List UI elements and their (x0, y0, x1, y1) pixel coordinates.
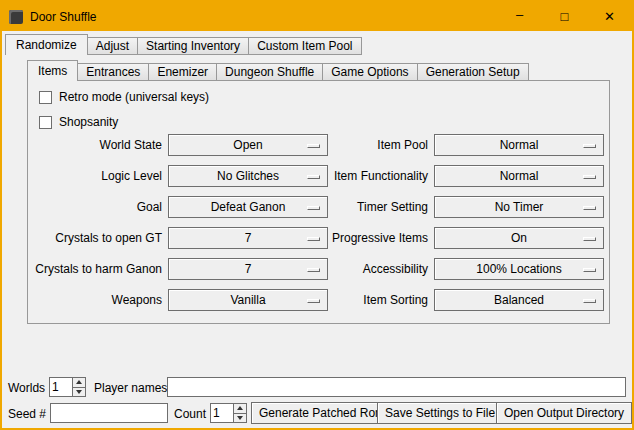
item-sorting-row: Item Sorting Balanced (269, 289, 604, 311)
accessibility-dropdown[interactable]: 100% Locations (434, 258, 604, 280)
tab-custom-item-pool[interactable]: Custom Item Pool (249, 37, 361, 55)
menu-indicator-icon (583, 268, 596, 272)
count-spinner (210, 403, 247, 423)
accessibility-value: 100% Locations (476, 262, 561, 276)
progressive-items-row: Progressive Items On (269, 227, 604, 249)
item-pool-dropdown[interactable]: Normal (434, 134, 604, 156)
count-spin-down-button[interactable] (233, 413, 247, 424)
count-input[interactable] (210, 403, 233, 423)
spin-down-icon (76, 390, 82, 394)
player-names-label: Player names (94, 380, 167, 396)
window-title: Door Shuffle (30, 10, 97, 24)
caption-buttons: – □ ✕ (497, 2, 632, 31)
item-sorting-dropdown[interactable]: Balanced (434, 289, 604, 311)
timer-setting-value: No Timer (495, 200, 544, 214)
worlds-spin-up-button[interactable] (72, 377, 86, 387)
maximize-button[interactable]: □ (542, 2, 587, 31)
tab-generation-setup[interactable]: Generation Setup (418, 63, 529, 81)
menu-indicator-icon (583, 299, 596, 303)
timer-setting-dropdown[interactable]: No Timer (434, 196, 604, 218)
retro-mode-row: Retro mode (universal keys) (39, 89, 209, 105)
item-functionality-label: Item Functionality (269, 169, 434, 183)
outer-tab-bar: Randomize Adjust Starting Inventory Cust… (5, 34, 362, 55)
progressive-items-label: Progressive Items (269, 231, 434, 245)
tab-enemizer[interactable]: Enemizer (149, 63, 217, 81)
open-output-directory-button[interactable]: Open Output Directory (496, 402, 632, 424)
timer-setting-label: Timer Setting (269, 200, 434, 214)
menu-indicator-icon (583, 206, 596, 210)
items-tab-panel: Retro mode (universal keys) Shopsanity W… (27, 80, 610, 324)
item-sorting-label: Item Sorting (269, 293, 434, 307)
spin-up-icon (237, 406, 243, 410)
tab-adjust[interactable]: Adjust (88, 37, 138, 55)
spin-up-icon (76, 380, 82, 384)
count-label: Count (174, 406, 206, 422)
seed-input[interactable] (50, 403, 168, 423)
timer-setting-row: Timer Setting No Timer (269, 196, 604, 218)
titlebar[interactable]: Door Shuffle – □ ✕ (2, 2, 632, 31)
item-pool-row: Item Pool Normal (269, 134, 604, 156)
item-pool-value: Normal (500, 138, 539, 152)
accessibility-label: Accessibility (269, 262, 434, 276)
worlds-spin-down-button[interactable] (72, 387, 86, 398)
tab-entrances[interactable]: Entrances (78, 63, 149, 81)
player-names-input[interactable] (167, 377, 626, 397)
item-sorting-value: Balanced (494, 293, 544, 307)
minimize-button[interactable]: – (497, 2, 542, 31)
menu-indicator-icon (583, 175, 596, 179)
accessibility-row: Accessibility 100% Locations (269, 258, 604, 280)
tab-items[interactable]: Items (27, 60, 78, 81)
menu-indicator-icon (583, 237, 596, 241)
progressive-items-value: On (511, 231, 527, 245)
menu-indicator-icon (583, 144, 596, 148)
worlds-spinner (49, 377, 86, 397)
tab-dungeon-shuffle[interactable]: Dungeon Shuffle (217, 63, 323, 81)
crystals-ganon-value: 7 (245, 262, 252, 276)
tab-starting-inventory[interactable]: Starting Inventory (138, 37, 249, 55)
goal-label: Goal (28, 200, 168, 214)
door-shuffle-window: Door Shuffle – □ ✕ Randomize Adjust Star… (0, 0, 634, 430)
weapons-value: Vanilla (230, 293, 265, 307)
crystals-ganon-label: Crystals to harm Ganon (28, 262, 168, 276)
retro-mode-checkbox[interactable] (39, 91, 52, 104)
right-dropdown-column: Item Pool Normal Item Functionality Norm… (269, 134, 604, 320)
count-spin-up-button[interactable] (233, 403, 247, 413)
progressive-items-dropdown[interactable]: On (434, 227, 604, 249)
shopsanity-checkbox[interactable] (39, 116, 52, 129)
close-icon: ✕ (604, 9, 615, 24)
generate-patched-rom-button[interactable]: Generate Patched Rom (251, 402, 393, 424)
save-settings-button[interactable]: Save Settings to File (377, 402, 503, 424)
weapons-label: Weapons (28, 293, 168, 307)
worlds-label: Worlds (8, 380, 45, 396)
app-icon (9, 10, 23, 24)
world-state-label: World State (28, 138, 168, 152)
item-functionality-dropdown[interactable]: Normal (434, 165, 604, 187)
minimize-icon: – (516, 7, 523, 22)
item-pool-label: Item Pool (269, 138, 434, 152)
crystals-gt-value: 7 (245, 231, 252, 245)
world-state-value: Open (233, 138, 262, 152)
worlds-input[interactable] (49, 377, 72, 397)
close-button[interactable]: ✕ (587, 2, 632, 31)
tab-game-options[interactable]: Game Options (323, 63, 417, 81)
shopsanity-row: Shopsanity (39, 114, 118, 130)
logic-level-label: Logic Level (28, 169, 168, 183)
shopsanity-label: Shopsanity (59, 115, 118, 129)
inner-tab-bar: Items Entrances Enemizer Dungeon Shuffle… (27, 60, 529, 81)
spin-down-icon (237, 416, 243, 420)
item-functionality-row: Item Functionality Normal (269, 165, 604, 187)
seed-label: Seed # (8, 406, 46, 422)
crystals-gt-label: Crystals to open GT (28, 231, 168, 245)
retro-mode-label: Retro mode (universal keys) (59, 90, 209, 104)
item-functionality-value: Normal (500, 169, 539, 183)
tab-randomize[interactable]: Randomize (5, 34, 88, 55)
maximize-icon: □ (561, 9, 569, 24)
